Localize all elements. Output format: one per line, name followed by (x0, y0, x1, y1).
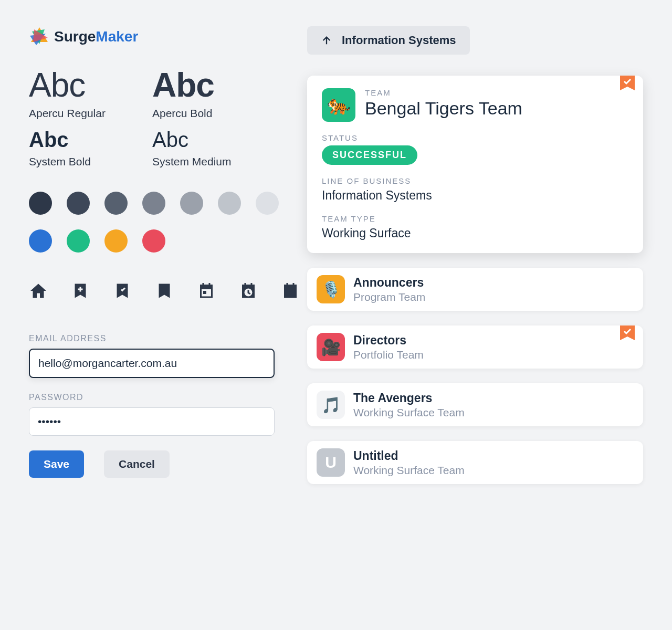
team-type-value: Working Surface (322, 226, 628, 240)
bookmark-check-icon (113, 281, 132, 302)
team-card[interactable]: UUntitledWorking Surface Team (307, 441, 643, 484)
color-swatch (256, 192, 279, 215)
email-label: EMAIL ADDRESS (29, 334, 276, 343)
color-swatch (142, 229, 165, 253)
team-name: The Avengers (353, 391, 465, 405)
team-name: Bengal Tigers Team (365, 98, 522, 119)
color-swatch (180, 192, 203, 215)
type-sample-system-medium: Abc System Medium (152, 129, 276, 168)
color-swatch (67, 229, 90, 253)
bookmark-check-icon (620, 326, 635, 343)
team-type-label: TEAM TYPE (322, 214, 628, 223)
color-swatch (104, 192, 128, 215)
team-card[interactable]: 🎥DirectorsPortfolio Team (307, 326, 643, 369)
team-subtitle: Working Surface Team (353, 406, 465, 419)
password-label: PASSWORD (29, 393, 276, 402)
cancel-button[interactable]: Cancel (104, 450, 170, 478)
calendar-clock-icon (239, 281, 258, 302)
logo-mark-icon (29, 26, 50, 47)
bookmark-check-icon (620, 76, 635, 93)
type-sample-apercu-regular: Abc Apercu Regular (29, 68, 152, 120)
color-swatch (29, 192, 52, 215)
team-name: Announcers (353, 276, 425, 290)
logo-text-a: Surge (54, 28, 96, 45)
team-card-featured[interactable]: 🐅 TEAM Bengal Tigers Team STATUS SUCCESS… (307, 76, 643, 253)
team-subtitle: Program Team (353, 291, 425, 303)
color-swatch (29, 229, 52, 253)
save-button[interactable]: Save (29, 450, 84, 478)
password-field-group: PASSWORD (29, 393, 276, 436)
color-swatch (218, 192, 241, 215)
bookmark-x-icon (155, 281, 174, 302)
color-swatch (67, 192, 90, 215)
home-icon (29, 281, 48, 302)
lob-label: LINE OF BUSINESS (322, 176, 628, 185)
lob-value: Information Systems (322, 188, 628, 203)
status-label: STATUS (322, 133, 628, 142)
icon-samples (29, 281, 276, 302)
logo-text-b: Maker (96, 28, 138, 45)
type-sample-apercu-bold: Abc Apercu Bold (152, 68, 276, 120)
bookmark-plus-icon (71, 281, 90, 302)
team-avatar: 🎥 (317, 333, 345, 361)
team-avatar: U (317, 448, 345, 477)
breadcrumb-label: Information Systems (342, 34, 456, 47)
team-card[interactable]: 🎵The AvengersWorking Surface Team (307, 383, 643, 426)
status-badge: SUCCESSFUL (322, 145, 417, 165)
color-swatch (104, 229, 128, 253)
color-palette (29, 192, 281, 253)
team-subtitle: Working Surface Team (353, 464, 465, 477)
team-eyebrow: TEAM (365, 88, 522, 97)
breadcrumb-up[interactable]: Information Systems (307, 26, 470, 55)
team-name: Directors (353, 333, 424, 348)
type-sample-system-bold: Abc System Bold (29, 129, 152, 168)
team-avatar: 🎵 (317, 391, 345, 419)
team-card[interactable]: 🎙️AnnouncersProgram Team (307, 268, 643, 311)
color-swatch (142, 192, 165, 215)
team-avatar: 🎙️ (317, 275, 345, 303)
brand-logo: SurgeMaker (29, 26, 276, 47)
calendar-check-icon (281, 281, 300, 302)
team-subtitle: Portfolio Team (353, 349, 424, 361)
email-field-group: EMAIL ADDRESS (29, 334, 276, 378)
password-input[interactable] (29, 407, 275, 436)
team-name: Untitled (353, 449, 465, 463)
arrow-up-icon (321, 35, 332, 46)
typography-samples: Abc Apercu Regular Abc Apercu Bold Abc S… (29, 68, 276, 168)
calendar-event-icon (197, 281, 216, 302)
team-avatar: 🐅 (322, 88, 355, 122)
email-input[interactable] (29, 349, 275, 378)
